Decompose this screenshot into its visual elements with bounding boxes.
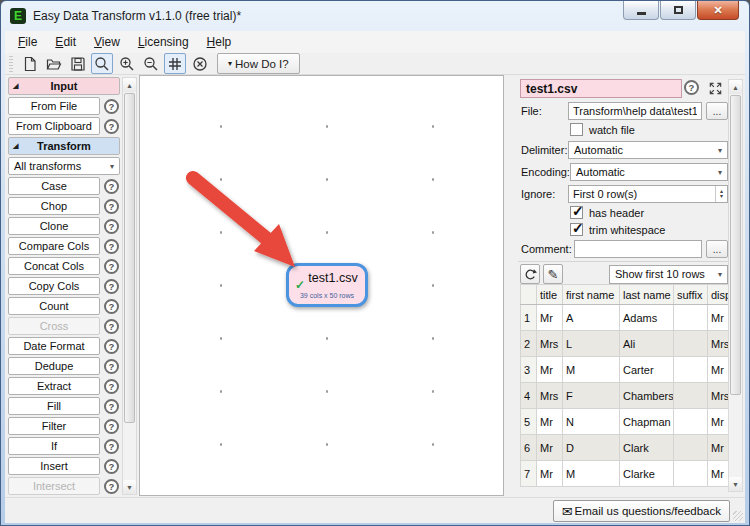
transform-fill-button[interactable]: Fill: [8, 397, 100, 415]
ignore-rows-spinner[interactable]: First 0 row(s) ▴ ▾: [568, 185, 728, 203]
transform-copy-cols-button[interactable]: Copy Cols: [8, 277, 100, 295]
column-header-display[interactable]: disp: [708, 285, 729, 305]
inspector-scrollbar-thumb[interactable]: [730, 95, 741, 395]
checkmark-icon: ✓: [572, 203, 584, 219]
help-icon[interactable]: ?: [104, 339, 119, 354]
comment-input[interactable]: [574, 240, 702, 258]
transform-dedupe-button[interactable]: Dedupe: [8, 357, 100, 375]
transform-count-button[interactable]: Count: [8, 297, 100, 315]
cell: [674, 409, 708, 435]
menu-help[interactable]: Help: [198, 32, 241, 52]
transform-chop-button[interactable]: Chop: [8, 197, 100, 215]
sidebar-scrollbar-thumb[interactable]: [124, 93, 135, 423]
help-icon[interactable]: ?: [104, 259, 119, 274]
help-icon[interactable]: ?: [104, 399, 119, 414]
transform-case-button[interactable]: Case: [8, 177, 100, 195]
help-icon[interactable]: ?: [684, 80, 699, 95]
open-file-button[interactable]: [43, 53, 65, 74]
from-file-button[interactable]: From File: [8, 97, 100, 115]
toolbar: ▾ How Do I?: [5, 53, 745, 75]
column-header-first-name[interactable]: first name: [563, 285, 620, 305]
column-header-suffix[interactable]: suffix: [674, 285, 708, 305]
scroll-down-icon[interactable]: ▼: [123, 480, 136, 494]
transform-insert-button[interactable]: Insert: [8, 457, 100, 475]
table-row: 1MrAAdamsMr: [521, 305, 729, 331]
scroll-up-icon[interactable]: ▲: [123, 78, 136, 92]
file-path-value: Transform\help data\test1.csv: [573, 105, 697, 117]
help-icon[interactable]: ?: [104, 459, 119, 474]
menu-view[interactable]: View: [85, 32, 129, 52]
transform-extract-button[interactable]: Extract: [8, 377, 100, 395]
transform-if-button[interactable]: If: [8, 437, 100, 455]
has-header-checkbox[interactable]: ✓: [570, 206, 583, 219]
help-icon[interactable]: ?: [104, 359, 119, 374]
help-icon[interactable]: ?: [104, 239, 119, 254]
transform-concat-cols-button[interactable]: Concat Cols: [8, 257, 100, 275]
save-button[interactable]: [67, 53, 89, 74]
help-icon[interactable]: ?: [104, 199, 119, 214]
column-header-title[interactable]: title: [537, 285, 563, 305]
transform-date-format-button[interactable]: Date Format: [8, 337, 100, 355]
resize-grip[interactable]: [733, 511, 743, 521]
cell: Mr: [708, 461, 729, 487]
section-header-transform[interactable]: ◢ Transform: [8, 137, 120, 155]
dropdown-arrow-icon: ▾: [718, 168, 722, 177]
zoom-out-button[interactable]: [140, 53, 162, 74]
toolbar-grip[interactable]: [9, 56, 13, 72]
help-icon[interactable]: ?: [104, 419, 119, 434]
toggle-grid-button[interactable]: [164, 53, 186, 74]
inspector-scrollbar[interactable]: ▲ ▼: [728, 79, 743, 492]
transform-filter-dropdown[interactable]: All transforms ▾: [8, 157, 120, 175]
delimiter-value: Automatic: [574, 144, 623, 156]
menu-file[interactable]: File: [9, 32, 46, 52]
help-icon[interactable]: ?: [104, 479, 119, 494]
column-header-last-name[interactable]: last name: [620, 285, 674, 305]
transform-compare-cols-button[interactable]: Compare Cols: [8, 237, 100, 255]
transform-clone-button[interactable]: Clone: [8, 217, 100, 235]
from-clipboard-button[interactable]: From Clipboard: [8, 117, 100, 135]
scroll-down-icon[interactable]: ▼: [729, 477, 742, 491]
trim-whitespace-checkbox[interactable]: ✓: [570, 223, 583, 236]
expand-panel-button[interactable]: [707, 80, 724, 97]
encoding-dropdown[interactable]: Automatic ▾: [570, 163, 728, 181]
section-header-input[interactable]: ◢ Input: [8, 77, 120, 95]
close-button[interactable]: ✕: [697, 1, 739, 20]
menu-licensing[interactable]: Licensing: [129, 32, 198, 52]
help-icon[interactable]: ?: [104, 379, 119, 394]
help-icon[interactable]: ?: [104, 219, 119, 234]
transform-filter-button[interactable]: Filter: [8, 417, 100, 435]
refresh-button[interactable]: [520, 264, 540, 284]
menu-edit[interactable]: Edit: [46, 32, 85, 52]
browse-comment-button[interactable]: ...: [706, 240, 728, 258]
browse-file-button[interactable]: ...: [706, 102, 728, 120]
column-header[interactable]: [521, 285, 537, 305]
zoom-in-button[interactable]: [116, 53, 138, 74]
sidebar-scrollbar[interactable]: ▲ ▼: [122, 77, 137, 495]
title-bar[interactable]: E Easy Data Transform v1.1.0 (free trial…: [1, 1, 749, 31]
canvas[interactable]: ✓ test1.csv 39 cols x 50 rows: [139, 75, 504, 496]
scroll-up-icon[interactable]: ▲: [729, 80, 742, 94]
help-icon[interactable]: ?: [104, 99, 119, 114]
help-icon[interactable]: ?: [104, 179, 119, 194]
help-icon[interactable]: ?: [104, 279, 119, 294]
show-rows-dropdown[interactable]: Show first 10 rows ▾: [609, 265, 728, 284]
select-tool-button[interactable]: [91, 53, 113, 74]
edit-button[interactable]: ✎: [543, 264, 563, 284]
data-preview-table[interactable]: title first name last name suffix disp 1…: [520, 284, 729, 487]
how-do-i-button[interactable]: ▾ How Do I?: [217, 53, 300, 74]
delimiter-dropdown[interactable]: Automatic ▾: [568, 141, 728, 159]
help-icon[interactable]: ?: [104, 319, 119, 334]
input-node-test1-csv[interactable]: ✓ test1.csv 39 cols x 50 rows: [286, 263, 368, 307]
watch-file-checkbox[interactable]: ✓: [570, 123, 583, 136]
new-file-button[interactable]: [19, 53, 41, 74]
email-feedback-button[interactable]: ✉ Email us questions/feedback: [553, 500, 730, 522]
help-icon[interactable]: ?: [104, 119, 119, 134]
help-icon[interactable]: ?: [104, 299, 119, 314]
help-icon[interactable]: ?: [104, 439, 119, 454]
watch-file-label: watch file: [589, 124, 635, 136]
spin-down-icon[interactable]: ▾: [720, 194, 723, 199]
maximize-button[interactable]: [660, 1, 696, 20]
cancel-button[interactable]: [189, 53, 211, 74]
file-path-input[interactable]: Transform\help data\test1.csv: [568, 102, 702, 120]
minimize-button[interactable]: [623, 1, 659, 20]
